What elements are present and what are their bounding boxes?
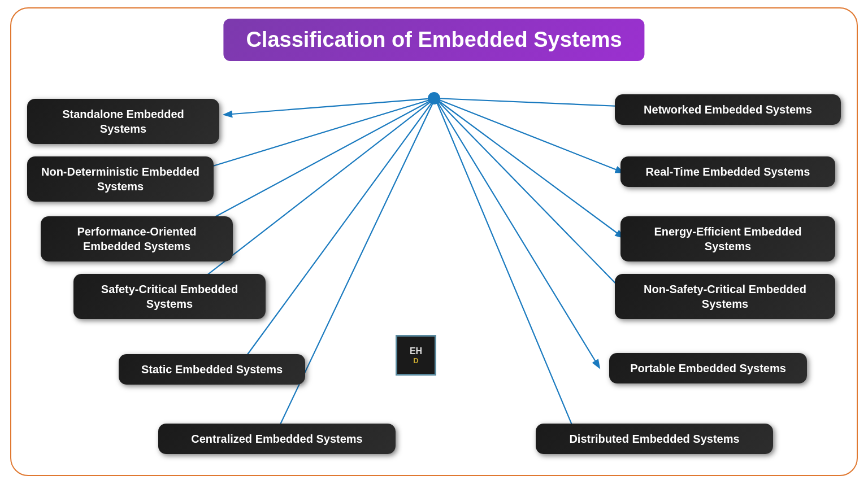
centralized-node: Centralized Embedded Systems — [158, 424, 396, 454]
center-dot — [428, 92, 440, 104]
svg-line-9 — [435, 98, 599, 367]
performance-node: Performance-OrientedEmbedded Systems — [41, 216, 233, 261]
static-label: Static Embedded Systems — [141, 363, 283, 376]
distributed-label: Distributed Embedded Systems — [569, 433, 739, 445]
non-safety-node: Non-Safety-Critical EmbeddedSystems — [615, 274, 835, 319]
standalone-label: Standalone Embedded Systems — [62, 108, 184, 135]
svg-line-11 — [435, 98, 579, 442]
svg-line-8 — [233, 98, 435, 374]
networked-node: Networked Embedded Systems — [615, 94, 841, 125]
energy-label: Energy-Efficient EmbeddedSystems — [654, 225, 801, 252]
watermark-line2: D — [413, 356, 418, 365]
svg-line-7 — [435, 98, 627, 295]
standalone-node: Standalone Embedded Systems — [27, 99, 219, 144]
non-deterministic-label: Non-Deterministic EmbeddedSystems — [41, 165, 199, 193]
svg-line-10 — [271, 98, 435, 443]
centralized-label: Centralized Embedded Systems — [191, 433, 362, 445]
non-deterministic-node: Non-Deterministic EmbeddedSystems — [27, 156, 214, 202]
energy-node: Energy-Efficient EmbeddedSystems — [620, 216, 835, 261]
svg-line-0 — [225, 98, 435, 115]
watermark-line1: EH — [410, 346, 422, 356]
safety-critical-node: Safety-Critical EmbeddedSystems — [73, 274, 266, 319]
distributed-node: Distributed Embedded Systems — [536, 424, 773, 454]
watermark: EH D — [396, 335, 436, 376]
safety-critical-label: Safety-Critical EmbeddedSystems — [101, 283, 238, 310]
networked-label: Networked Embedded Systems — [644, 103, 812, 116]
portable-label: Portable Embedded Systems — [630, 362, 786, 374]
title-text: Classification of Embedded Systems — [246, 28, 622, 51]
main-container: Classification of Embedded Systems Stand… — [10, 7, 858, 476]
svg-line-5 — [435, 98, 623, 237]
non-safety-label: Non-Safety-Critical EmbeddedSystems — [644, 283, 806, 310]
portable-node: Portable Embedded Systems — [609, 353, 807, 383]
real-time-node: Real-Time Embedded Systems — [620, 156, 835, 187]
real-time-label: Real-Time Embedded Systems — [646, 165, 810, 178]
title-box: Classification of Embedded Systems — [223, 19, 644, 61]
svg-line-1 — [435, 98, 645, 107]
svg-line-3 — [435, 98, 623, 172]
static-node: Static Embedded Systems — [119, 354, 305, 385]
performance-label: Performance-OrientedEmbedded Systems — [77, 225, 196, 252]
